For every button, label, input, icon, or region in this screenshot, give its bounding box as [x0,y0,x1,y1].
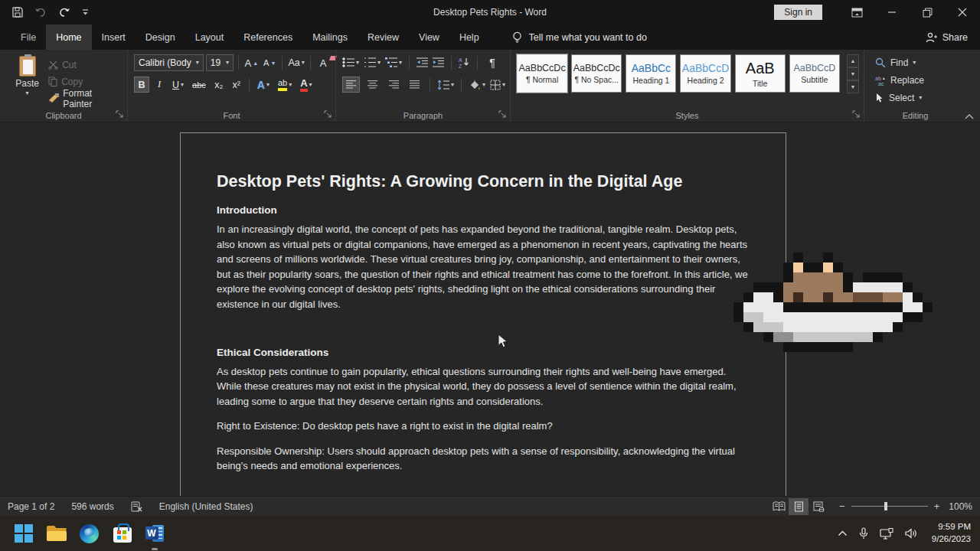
sort-button[interactable]: AZ [459,57,470,68]
microphone-icon[interactable] [859,527,868,540]
find-button[interactable]: Find ▾ [875,54,962,70]
restore-button[interactable] [910,0,945,24]
tell-me-box[interactable]: Tell me what you want to do [512,24,647,50]
language-indicator[interactable]: English (United States) [159,501,253,512]
word-taskbar-icon[interactable]: W [145,523,165,544]
bullets-button[interactable]: ▾ [342,57,359,67]
proofing-errors-icon[interactable] [131,501,142,512]
borders-button[interactable]: ▾ [490,80,505,90]
styles-scroll-down-icon[interactable]: ▼ [847,67,859,80]
zoom-slider-thumb[interactable] [884,502,887,510]
redo-icon[interactable] [58,8,70,18]
tab-file[interactable]: File [11,24,46,50]
clear-formatting-button[interactable]: A [315,55,331,71]
taskbar: W 9:59 PM 9/26/2023 [0,516,980,551]
format-painter-button[interactable]: Format Painter [48,91,122,106]
line-spacing-button[interactable]: ▾ [437,80,454,90]
strikethrough-button[interactable]: abc [189,77,209,93]
shrink-font-button[interactable]: A▼ [262,55,277,71]
save-icon[interactable] [12,7,23,18]
align-center-button[interactable] [364,77,381,93]
align-left-button[interactable] [342,77,360,93]
underline-button[interactable]: U▾ [169,77,187,93]
style-heading-2[interactable]: AaBbCcD Heading 2 [680,54,730,93]
edge-browser-icon[interactable] [79,523,100,544]
select-arrow-icon [875,93,884,103]
italic-button[interactable]: I [152,77,167,93]
change-case-button[interactable]: Aa▾ [287,55,305,71]
undo-icon[interactable] [34,8,47,18]
decrease-indent-button[interactable] [416,57,428,67]
paragraph-dialog-launcher-icon[interactable] [498,110,507,119]
tray-overflow-chevron-icon[interactable] [838,530,848,536]
collapse-ribbon-icon[interactable] [965,113,974,119]
tab-mailings[interactable]: Mailings [302,24,358,50]
numbering-button[interactable]: ▾ [364,57,381,67]
clipboard-dialog-launcher-icon[interactable] [116,110,124,119]
minimize-button[interactable] [874,0,910,24]
cut-button[interactable]: Cut [48,57,122,72]
font-family-combobox[interactable]: Calibri (Body ▾ [134,54,204,71]
copy-button[interactable]: Copy [48,74,122,89]
network-icon[interactable] [880,528,893,540]
page-indicator[interactable]: Page 1 of 2 [8,501,54,512]
superscript-button[interactable]: x² [229,77,244,93]
text-effects-button[interactable]: A▾ [254,77,273,93]
replace-button[interactable]: abac Replace [875,72,962,88]
grow-font-button[interactable]: A▲ [243,55,260,71]
style-normal[interactable]: AaBbCcDc ¶ Normal [517,54,567,93]
zoom-slider[interactable] [851,506,928,507]
tab-insert[interactable]: Insert [92,24,136,50]
shading-button[interactable]: ▾ [469,80,485,90]
zoom-in-button[interactable]: + [934,500,940,512]
style-subtitle[interactable]: AaBbCcD Subtitle [789,54,840,93]
web-layout-button[interactable] [808,498,828,515]
font-size-combobox[interactable]: 19 ▾ [206,54,234,71]
font-color-button[interactable]: A▾ [297,77,315,93]
align-right-button[interactable] [386,77,402,93]
file-explorer-icon[interactable] [46,523,67,544]
tab-view[interactable]: View [409,24,449,50]
ribbon-display-options-icon[interactable] [839,0,874,24]
multilevel-list-button[interactable]: ▾ [385,57,402,67]
read-mode-button[interactable] [769,498,789,515]
style-heading-1[interactable]: AaBbCc Heading 1 [626,54,676,93]
tab-help[interactable]: Help [449,24,489,50]
tab-home[interactable]: Home [46,24,91,50]
increase-indent-button[interactable] [433,57,444,67]
paste-button[interactable]: Paste ▾ [6,54,48,109]
subscript-button[interactable]: x₂ [211,77,227,93]
tab-review[interactable]: Review [358,24,409,50]
clock-date: 9/26/2023 [932,533,971,546]
tab-references[interactable]: References [234,24,302,50]
close-button[interactable] [945,0,980,24]
running-app-indicator [152,548,158,550]
sign-in-button[interactable]: Sign in [774,5,822,20]
bold-button[interactable]: B [134,77,149,93]
taskbar-clock[interactable]: 9:59 PM 9/26/2023 [932,521,971,545]
print-layout-button[interactable] [789,498,808,515]
microsoft-store-icon[interactable] [112,523,132,544]
clock-time: 9:59 PM [932,521,971,533]
tab-layout[interactable]: Layout [185,24,234,50]
document-page[interactable]: Desktop Pets' Rights: A Growing Concern … [180,132,786,496]
style-title[interactable]: AaB Title [735,54,786,93]
share-button[interactable]: Share [926,24,980,50]
zoom-out-button[interactable]: − [839,500,845,512]
word-count[interactable]: 596 words [71,501,113,512]
desktop-pet-cat[interactable] [733,253,933,352]
select-button[interactable]: Select ▾ [875,90,962,106]
font-dialog-launcher-icon[interactable] [324,110,332,119]
style-no-spacing[interactable]: AaBbCcDc ¶ No Spac... [571,54,622,93]
justify-button[interactable] [407,77,423,93]
zoom-percentage[interactable]: 100% [949,501,972,512]
show-paragraph-marks-button[interactable]: ¶ [485,54,500,70]
styles-dialog-launcher-icon[interactable] [852,110,861,119]
speaker-icon[interactable] [905,528,917,539]
start-button[interactable] [13,523,34,544]
styles-more-icon[interactable]: ▼ [847,80,859,93]
customize-quick-access-icon[interactable] [82,8,89,16]
styles-scroll-up-icon[interactable]: ▲ [847,54,859,67]
text-highlight-button[interactable]: ab▾ [275,77,295,93]
tab-design[interactable]: Design [136,24,185,50]
